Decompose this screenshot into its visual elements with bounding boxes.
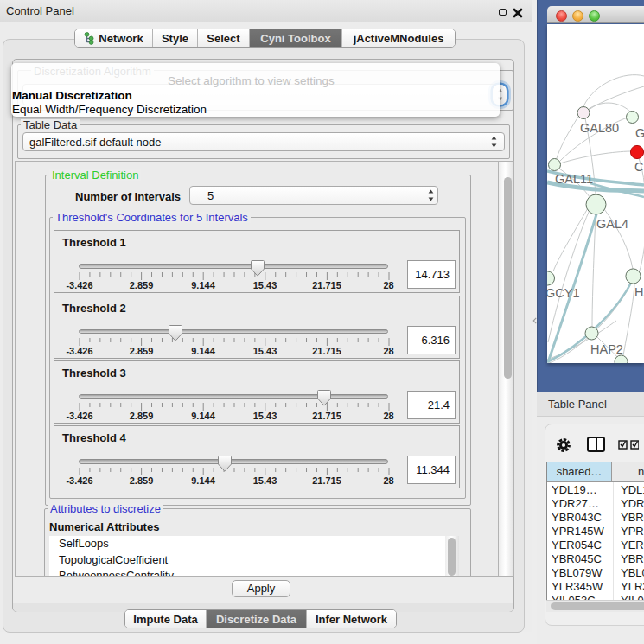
svg-text:GAL80: GAL80 bbox=[580, 121, 619, 135]
svg-text:GA: GA bbox=[635, 126, 644, 140]
svg-text:GAL4: GAL4 bbox=[596, 217, 628, 231]
svg-text:GCY1: GCY1 bbox=[547, 286, 580, 300]
svg-text:HA: HA bbox=[634, 285, 644, 299]
svg-text:C: C bbox=[634, 160, 643, 174]
svg-text:HAP2: HAP2 bbox=[590, 342, 623, 356]
svg-text:GAL11: GAL11 bbox=[555, 172, 593, 186]
